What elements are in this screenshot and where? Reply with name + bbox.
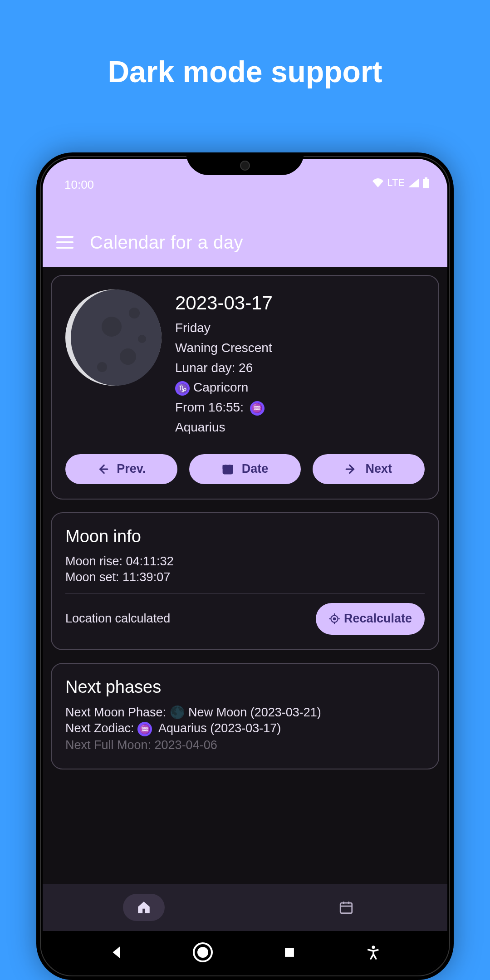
phase-label: Waning Crescent (175, 339, 425, 357)
wifi-icon (372, 178, 383, 187)
next-zodiac-label: Aquarius (175, 419, 425, 436)
recalculate-label: Recalculate (344, 612, 412, 626)
svg-rect-3 (223, 466, 232, 468)
date-button[interactable]: Date (189, 454, 301, 484)
back-icon[interactable] (109, 945, 124, 960)
next-button[interactable]: Next (313, 454, 425, 484)
svg-rect-12 (340, 903, 352, 913)
target-icon (328, 613, 340, 625)
aquarius-icon: ♒ (137, 722, 152, 736)
svg-rect-16 (285, 948, 294, 957)
lunar-day-label: Lunar day: 26 (175, 359, 425, 377)
next-full-moon-label: Next Full Moon: 2023-04-06 (65, 738, 425, 752)
svg-rect-1 (425, 177, 427, 179)
prev-button[interactable]: Prev. (65, 454, 177, 484)
nav-calendar[interactable] (245, 884, 447, 931)
aquarius-icon: ♒ (250, 401, 265, 416)
status-time: 10:00 (64, 178, 94, 192)
phone-notch (186, 152, 304, 175)
svg-point-7 (333, 618, 335, 620)
location-status-label: Location calculated (65, 612, 170, 626)
from-time-label: From 16:55: (175, 400, 244, 414)
next-phases-heading: Next phases (65, 677, 425, 697)
date-nav-row: Prev. Date Next (65, 454, 425, 484)
status-icons: LTE (372, 177, 429, 189)
battery-icon (423, 177, 429, 188)
zodiac-from-row: From 16:55: ♒ (175, 399, 425, 416)
arrow-right-icon (345, 463, 357, 475)
next-phase-label: Next Moon Phase: 🌑 New Moon (2023-03-21) (65, 705, 425, 720)
next-button-label: Next (365, 462, 392, 476)
moon-info-heading: Moon info (65, 527, 425, 546)
divider (65, 593, 425, 594)
moon-set-label: Moon set: 11:39:07 (65, 570, 425, 584)
svg-point-17 (372, 946, 375, 949)
recents-icon[interactable] (282, 945, 297, 960)
moon-info-card: Moon info Moon rise: 04:11:32 Moon set: … (51, 512, 439, 650)
signal-icon (408, 178, 419, 187)
date-heading: 2023-03-17 (175, 292, 425, 314)
system-nav (43, 931, 447, 974)
nav-home[interactable] (43, 884, 245, 931)
recalculate-button[interactable]: Recalculate (316, 603, 425, 635)
day-info: 2023-03-17 Friday Waning Crescent Lunar … (175, 289, 425, 439)
calendar-icon (338, 900, 354, 915)
home-system-icon[interactable] (193, 942, 213, 962)
menu-icon[interactable] (56, 236, 74, 249)
app-bar: Calendar for a day (43, 218, 447, 267)
zodiac-label: Capricorn (193, 380, 248, 394)
arrow-left-icon (97, 463, 108, 475)
promo-title: Dark mode support (0, 54, 490, 89)
day-card: 2023-03-17 Friday Waning Crescent Lunar … (51, 275, 439, 500)
calendar-icon (222, 463, 234, 475)
zodiac-row: ♑Capricorn (175, 379, 425, 396)
date-button-label: Date (242, 462, 269, 476)
bottom-nav (43, 884, 447, 931)
svg-rect-0 (423, 179, 429, 188)
capricorn-icon: ♑ (175, 381, 190, 396)
prev-button-label: Prev. (117, 462, 146, 476)
network-label: LTE (387, 177, 405, 189)
moon-rise-label: Moon rise: 04:11:32 (65, 554, 425, 568)
phone-frame: 10:00 LTE Calendar for a day (36, 152, 454, 980)
content-area: 2023-03-17 Friday Waning Crescent Lunar … (43, 267, 447, 778)
page-title: Calendar for a day (90, 232, 243, 253)
moon-phase-illustration (65, 289, 162, 386)
phone-screen: 10:00 LTE Calendar for a day (43, 159, 447, 974)
home-icon (136, 900, 152, 915)
weekday-label: Friday (175, 319, 425, 337)
next-phases-card: Next phases Next Moon Phase: 🌑 New Moon … (51, 663, 439, 769)
next-zodiac-line: Next Zodiac: ♒ Aquarius (2023-03-17) (65, 721, 425, 736)
accessibility-icon[interactable] (366, 945, 381, 960)
